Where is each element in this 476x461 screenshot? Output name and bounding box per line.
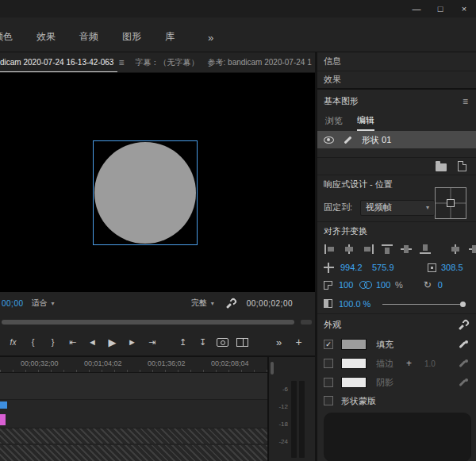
go-to-out-button[interactable]: ⇥ bbox=[142, 332, 162, 352]
appearance-wrench-icon[interactable] bbox=[458, 320, 468, 330]
audio-track[interactable] bbox=[0, 411, 267, 428]
add-button[interactable]: + bbox=[289, 332, 309, 352]
timeline-ruler[interactable]: 00;00;32;00 00;01;04;02 00;01;36;02 00;0… bbox=[0, 357, 267, 373]
step-forward-button[interactable]: ► bbox=[122, 332, 142, 352]
align-buttons-row bbox=[317, 240, 476, 259]
essential-graphics-header[interactable]: 基本图形 ≡ bbox=[317, 91, 476, 111]
shadow-eyedropper-icon[interactable] bbox=[458, 378, 468, 388]
play-button[interactable]: ▶ bbox=[102, 332, 122, 352]
clip-blue[interactable] bbox=[0, 401, 7, 409]
stroke-checkbox[interactable] bbox=[324, 359, 333, 368]
percent-unit: % bbox=[395, 280, 403, 290]
video-track-2[interactable] bbox=[0, 400, 267, 411]
tab-program-monitor[interactable]: dicam 2020-07-24 16-13-42-063 bbox=[0, 52, 117, 72]
opacity-value[interactable]: 100.0 % bbox=[339, 299, 377, 309]
maximize-button[interactable]: □ bbox=[428, 0, 452, 17]
panel-menu-icon[interactable]: ≡ bbox=[119, 52, 125, 72]
essential-graphics-title: 基本图形 bbox=[324, 95, 359, 107]
clip-magenta[interactable] bbox=[0, 414, 6, 425]
center-horizontally-icon[interactable] bbox=[449, 244, 462, 255]
visibility-eye-icon[interactable] bbox=[324, 136, 334, 144]
opacity-slider[interactable] bbox=[382, 304, 463, 305]
tab-subtitles[interactable]: 字幕：（无字幕） bbox=[131, 52, 203, 72]
next-section-background bbox=[324, 413, 471, 461]
monitor-settings-wrench-icon[interactable] bbox=[225, 298, 236, 309]
pen-tool-icon bbox=[343, 135, 353, 145]
align-center-horizontal-icon[interactable] bbox=[343, 244, 355, 255]
workspace-tab-libraries[interactable]: 库 bbox=[165, 30, 175, 44]
tab-reference-monitor[interactable]: 参考: bandicam 2020-07-24 1 bbox=[203, 52, 315, 72]
pin-diagram[interactable] bbox=[433, 186, 468, 221]
minimize-button[interactable]: — bbox=[405, 0, 428, 17]
ellipse-shape[interactable] bbox=[94, 142, 196, 244]
align-center-vertical-icon[interactable] bbox=[400, 244, 413, 255]
tab-effects-panel[interactable]: 效果 bbox=[317, 71, 476, 90]
opacity-icon bbox=[324, 299, 332, 308]
workspace-tab-audio[interactable]: 音频 bbox=[79, 30, 98, 44]
close-button[interactable]: × bbox=[452, 0, 476, 17]
video-track[interactable] bbox=[0, 373, 267, 400]
position-x-value[interactable]: 994.2 bbox=[340, 263, 372, 272]
layer-row-shape[interactable]: 形状 01 bbox=[317, 131, 476, 148]
chevron-down-icon: ▾ bbox=[426, 204, 429, 211]
workspace-overflow-icon[interactable]: » bbox=[208, 32, 213, 44]
camera-icon bbox=[217, 338, 228, 347]
layer-list: 形状 01 bbox=[317, 131, 476, 158]
new-group-folder-icon[interactable] bbox=[436, 163, 447, 171]
fill-label: 填充 bbox=[376, 339, 393, 351]
add-stroke-button[interactable]: + bbox=[406, 358, 412, 369]
shadow-color-swatch[interactable] bbox=[341, 377, 367, 388]
fill-checkbox[interactable]: ✓ bbox=[324, 340, 333, 349]
chevron-down-icon: ▾ bbox=[52, 300, 55, 307]
export-frame-button[interactable] bbox=[213, 332, 232, 352]
playback-resolution-select[interactable]: 完整 ▾ bbox=[191, 298, 214, 309]
playhead-timecode[interactable]: 00;00 bbox=[2, 299, 24, 308]
scrollbar-knob[interactable] bbox=[301, 320, 312, 325]
new-layer-icon[interactable] bbox=[458, 161, 466, 171]
horizontal-scrollbar[interactable] bbox=[2, 320, 294, 325]
align-top-icon[interactable] bbox=[381, 244, 393, 255]
playback-resolution-value: 完整 bbox=[191, 298, 207, 309]
vertical-scrollbar[interactable] bbox=[271, 362, 274, 375]
workspace-tab-graphics[interactable]: 图形 bbox=[122, 30, 141, 44]
tab-edit[interactable]: 编辑 bbox=[357, 111, 374, 131]
transport-overflow-icon[interactable]: » bbox=[269, 332, 289, 352]
program-monitor-viewport[interactable] bbox=[0, 73, 315, 292]
workspace-tab-effects[interactable]: 效果 bbox=[36, 30, 56, 44]
lift-button[interactable]: ↥ bbox=[173, 332, 193, 352]
tab-browse[interactable]: 浏览 bbox=[325, 111, 343, 131]
go-to-in-button[interactable]: ⇤ bbox=[63, 332, 83, 352]
step-back-button[interactable]: ◄ bbox=[83, 332, 102, 352]
shadow-checkbox[interactable] bbox=[324, 378, 333, 387]
align-left-icon[interactable] bbox=[324, 244, 336, 255]
fill-eyedropper-icon[interactable] bbox=[458, 340, 468, 350]
mark-in-button[interactable]: { bbox=[23, 332, 43, 352]
fill-color-swatch[interactable] bbox=[341, 339, 367, 350]
scale-x-value[interactable]: 100 bbox=[339, 280, 358, 290]
monitor-controls: 00;00 适合 ▾ 完整 ▾ 00;00;02;00 bbox=[0, 292, 315, 314]
tab-info-panel[interactable]: 信息 bbox=[317, 52, 476, 71]
align-right-icon[interactable] bbox=[362, 244, 374, 255]
stroke-color-swatch[interactable] bbox=[341, 358, 367, 369]
anchor-x-value[interactable]: 308.5 bbox=[441, 263, 463, 272]
pin-to-select[interactable]: 视频帧 ▾ bbox=[360, 200, 435, 216]
opacity-slider-thumb[interactable] bbox=[460, 302, 466, 307]
workspace-tab-color[interactable]: 颜色 bbox=[0, 30, 13, 44]
appearance-title: 外观 bbox=[324, 319, 341, 331]
scale-y-value[interactable]: 100 bbox=[376, 280, 395, 290]
anchor-point-icon bbox=[428, 263, 436, 272]
panel-menu-icon[interactable]: ≡ bbox=[463, 96, 468, 107]
rotation-value[interactable]: 0 bbox=[438, 280, 443, 290]
link-scale-icon[interactable] bbox=[359, 281, 371, 289]
zoom-level-select[interactable]: 适合 ▾ bbox=[32, 298, 55, 309]
center-vertically-icon[interactable] bbox=[468, 244, 476, 255]
align-bottom-icon[interactable] bbox=[419, 244, 432, 255]
extract-button[interactable]: ↧ bbox=[193, 332, 213, 352]
position-y-value[interactable]: 575.9 bbox=[372, 263, 405, 272]
stroke-eyedropper-icon[interactable] bbox=[458, 359, 468, 369]
shape-mask-checkbox[interactable] bbox=[324, 396, 333, 405]
shape-mask-row: 形状蒙版 bbox=[317, 392, 476, 409]
comparison-view-button[interactable] bbox=[232, 332, 252, 352]
mark-out-button[interactable]: } bbox=[43, 332, 63, 352]
fx-mute-button[interactable]: fx bbox=[3, 332, 23, 352]
